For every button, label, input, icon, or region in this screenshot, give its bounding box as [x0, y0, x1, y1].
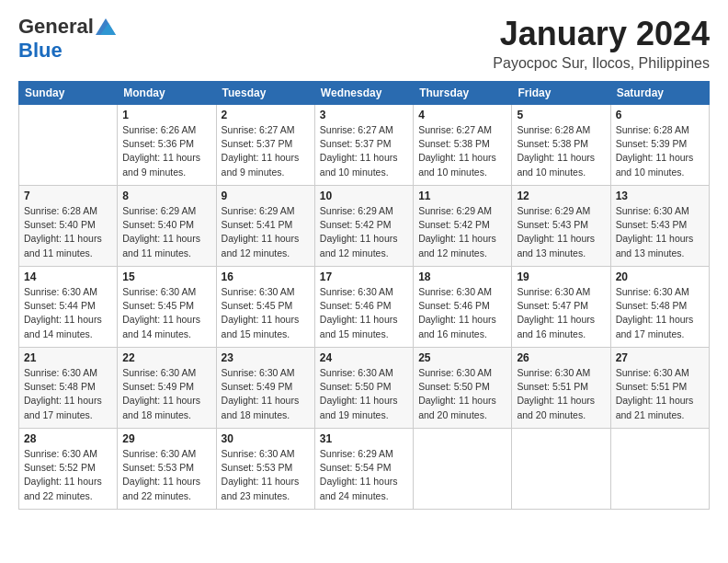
day-header-friday: Friday: [512, 82, 610, 105]
week-row-2: 7Sunrise: 6:28 AM Sunset: 5:40 PM Daylig…: [19, 186, 710, 267]
day-info: Sunrise: 6:30 AM Sunset: 5:52 PM Dayligh…: [24, 447, 112, 503]
day-info: Sunrise: 6:30 AM Sunset: 5:49 PM Dayligh…: [222, 366, 310, 422]
calendar-cell: 1Sunrise: 6:26 AM Sunset: 5:36 PM Daylig…: [118, 105, 216, 186]
calendar-cell: 26Sunrise: 6:30 AM Sunset: 5:51 PM Dayli…: [512, 348, 610, 429]
day-number: 29: [122, 432, 210, 445]
day-number: 24: [320, 351, 408, 364]
day-info: Sunrise: 6:29 AM Sunset: 5:41 PM Dayligh…: [222, 204, 310, 260]
calendar-cell: 27Sunrise: 6:30 AM Sunset: 5:51 PM Dayli…: [610, 348, 709, 429]
day-info: Sunrise: 6:30 AM Sunset: 5:51 PM Dayligh…: [616, 366, 704, 422]
calendar-cell: 18Sunrise: 6:30 AM Sunset: 5:46 PM Dayli…: [414, 267, 512, 348]
day-info: Sunrise: 6:30 AM Sunset: 5:46 PM Dayligh…: [418, 285, 506, 341]
calendar-cell: [610, 429, 709, 510]
day-number: 30: [222, 432, 310, 445]
day-number: 10: [320, 190, 408, 202]
day-number: 4: [418, 109, 506, 121]
day-header-thursday: Thursday: [414, 82, 512, 105]
day-number: 7: [24, 190, 112, 202]
calendar-cell: [19, 105, 118, 186]
day-info: Sunrise: 6:30 AM Sunset: 5:49 PM Dayligh…: [122, 366, 210, 422]
day-header-saturday: Saturday: [610, 82, 709, 105]
day-info: Sunrise: 6:30 AM Sunset: 5:51 PM Dayligh…: [517, 366, 605, 422]
day-number: 12: [517, 190, 605, 202]
day-number: 11: [418, 190, 506, 202]
day-info: Sunrise: 6:29 AM Sunset: 5:43 PM Dayligh…: [517, 204, 605, 260]
day-number: 14: [24, 270, 112, 283]
calendar-cell: 24Sunrise: 6:30 AM Sunset: 5:50 PM Dayli…: [314, 348, 413, 429]
day-info: Sunrise: 6:30 AM Sunset: 5:45 PM Dayligh…: [222, 285, 310, 341]
day-info: Sunrise: 6:30 AM Sunset: 5:47 PM Dayligh…: [517, 285, 605, 341]
day-info: Sunrise: 6:27 AM Sunset: 5:37 PM Dayligh…: [320, 123, 408, 179]
day-number: 23: [222, 351, 310, 364]
day-number: 26: [517, 351, 605, 364]
day-info: Sunrise: 6:30 AM Sunset: 5:50 PM Dayligh…: [418, 366, 506, 422]
day-info: Sunrise: 6:27 AM Sunset: 5:38 PM Dayligh…: [418, 123, 506, 179]
day-info: Sunrise: 6:30 AM Sunset: 5:48 PM Dayligh…: [24, 366, 112, 422]
day-info: Sunrise: 6:29 AM Sunset: 5:40 PM Dayligh…: [122, 204, 210, 260]
logo: General Blue: [18, 15, 116, 63]
day-number: 28: [24, 432, 112, 445]
calendar-cell: [512, 429, 610, 510]
day-info: Sunrise: 6:29 AM Sunset: 5:42 PM Dayligh…: [418, 204, 506, 260]
week-row-5: 28Sunrise: 6:30 AM Sunset: 5:52 PM Dayli…: [19, 429, 710, 510]
day-number: 22: [122, 351, 210, 364]
day-info: Sunrise: 6:30 AM Sunset: 5:50 PM Dayligh…: [320, 366, 408, 422]
calendar: SundayMondayTuesdayWednesdayThursdayFrid…: [18, 81, 710, 510]
calendar-cell: 21Sunrise: 6:30 AM Sunset: 5:48 PM Dayli…: [19, 348, 118, 429]
calendar-cell: 31Sunrise: 6:29 AM Sunset: 5:54 PM Dayli…: [314, 429, 413, 510]
day-info: Sunrise: 6:30 AM Sunset: 5:46 PM Dayligh…: [320, 285, 408, 341]
calendar-cell: 12Sunrise: 6:29 AM Sunset: 5:43 PM Dayli…: [512, 186, 610, 267]
subtitle: Payocpoc Sur, Ilocos, Philippines: [493, 55, 710, 72]
day-info: Sunrise: 6:30 AM Sunset: 5:45 PM Dayligh…: [122, 285, 210, 341]
calendar-cell: 14Sunrise: 6:30 AM Sunset: 5:44 PM Dayli…: [19, 267, 118, 348]
main-title: January 2024: [493, 15, 710, 53]
day-info: Sunrise: 6:29 AM Sunset: 5:42 PM Dayligh…: [320, 204, 408, 260]
calendar-cell: [414, 429, 512, 510]
day-info: Sunrise: 6:30 AM Sunset: 5:44 PM Dayligh…: [24, 285, 112, 341]
day-number: 13: [616, 190, 704, 202]
logo-blue-text: Blue: [18, 39, 63, 63]
calendar-cell: 5Sunrise: 6:28 AM Sunset: 5:38 PM Daylig…: [512, 105, 610, 186]
day-number: 16: [222, 270, 310, 283]
logo-icon: [96, 18, 116, 35]
day-info: Sunrise: 6:28 AM Sunset: 5:39 PM Dayligh…: [616, 123, 704, 179]
day-info: Sunrise: 6:30 AM Sunset: 5:53 PM Dayligh…: [122, 447, 210, 503]
day-number: 25: [418, 351, 506, 364]
calendar-cell: 20Sunrise: 6:30 AM Sunset: 5:48 PM Dayli…: [610, 267, 709, 348]
day-header-monday: Monday: [118, 82, 216, 105]
calendar-cell: 2Sunrise: 6:27 AM Sunset: 5:37 PM Daylig…: [216, 105, 314, 186]
calendar-cell: 10Sunrise: 6:29 AM Sunset: 5:42 PM Dayli…: [314, 186, 413, 267]
calendar-cell: 13Sunrise: 6:30 AM Sunset: 5:43 PM Dayli…: [610, 186, 709, 267]
day-number: 27: [616, 351, 704, 364]
calendar-cell: 22Sunrise: 6:30 AM Sunset: 5:49 PM Dayli…: [118, 348, 216, 429]
day-info: Sunrise: 6:27 AM Sunset: 5:37 PM Dayligh…: [222, 123, 310, 179]
calendar-cell: 19Sunrise: 6:30 AM Sunset: 5:47 PM Dayli…: [512, 267, 610, 348]
calendar-cell: 17Sunrise: 6:30 AM Sunset: 5:46 PM Dayli…: [314, 267, 413, 348]
day-number: 17: [320, 270, 408, 283]
calendar-cell: 9Sunrise: 6:29 AM Sunset: 5:41 PM Daylig…: [216, 186, 314, 267]
day-header-wednesday: Wednesday: [314, 82, 413, 105]
header: General Blue January 2024 Payocpoc Sur, …: [18, 15, 710, 72]
calendar-cell: 25Sunrise: 6:30 AM Sunset: 5:50 PM Dayli…: [414, 348, 512, 429]
calendar-cell: 29Sunrise: 6:30 AM Sunset: 5:53 PM Dayli…: [118, 429, 216, 510]
calendar-cell: 11Sunrise: 6:29 AM Sunset: 5:42 PM Dayli…: [414, 186, 512, 267]
day-number: 3: [320, 109, 408, 121]
logo-general-text: General: [18, 15, 94, 39]
day-number: 31: [320, 432, 408, 445]
day-info: Sunrise: 6:26 AM Sunset: 5:36 PM Dayligh…: [122, 123, 210, 179]
calendar-cell: 4Sunrise: 6:27 AM Sunset: 5:38 PM Daylig…: [414, 105, 512, 186]
day-info: Sunrise: 6:30 AM Sunset: 5:43 PM Dayligh…: [616, 204, 704, 260]
day-number: 19: [517, 270, 605, 283]
day-header-tuesday: Tuesday: [216, 82, 314, 105]
day-number: 2: [222, 109, 310, 121]
calendar-header-row: SundayMondayTuesdayWednesdayThursdayFrid…: [19, 82, 710, 105]
day-number: 18: [418, 270, 506, 283]
week-row-3: 14Sunrise: 6:30 AM Sunset: 5:44 PM Dayli…: [19, 267, 710, 348]
day-number: 20: [616, 270, 704, 283]
day-info: Sunrise: 6:28 AM Sunset: 5:40 PM Dayligh…: [24, 204, 112, 260]
week-row-4: 21Sunrise: 6:30 AM Sunset: 5:48 PM Dayli…: [19, 348, 710, 429]
day-number: 6: [616, 109, 704, 121]
calendar-cell: 6Sunrise: 6:28 AM Sunset: 5:39 PM Daylig…: [610, 105, 709, 186]
day-info: Sunrise: 6:28 AM Sunset: 5:38 PM Dayligh…: [517, 123, 605, 179]
calendar-cell: 7Sunrise: 6:28 AM Sunset: 5:40 PM Daylig…: [19, 186, 118, 267]
